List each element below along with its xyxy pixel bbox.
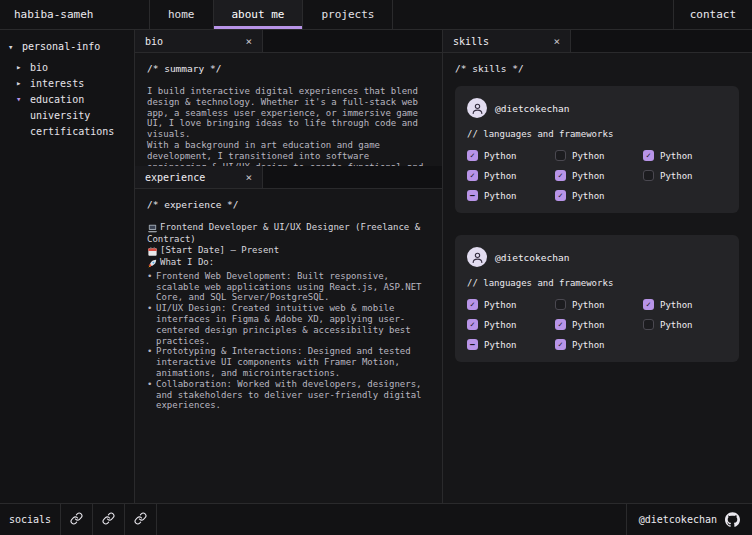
skill-checkbox-python[interactable]: –Python [467,339,551,350]
link-icon [70,512,83,527]
chevron-down-icon: ▾ [8,42,17,52]
skill-checkbox-python[interactable]: ✓Python [555,319,639,330]
skill-label: Python [572,151,605,161]
skills-checkbox-grid: ✓PythonPython✓Python✓Python✓PythonPython… [467,150,727,201]
chevron-right-icon: ▸ [16,62,25,72]
skill-checkbox-python[interactable]: Python [643,170,727,181]
tab-experience[interactable]: experience × [135,166,263,188]
bio-panel: /* summary */ I build interactive digita… [135,53,442,166]
sidebar-root-label: personal-info [22,41,100,52]
skill-label: Python [484,300,517,310]
tab-skills-label: skills [453,36,489,47]
brand[interactable]: habiba-sameh [0,0,150,29]
checkbox-unchecked-icon[interactable] [643,170,654,181]
checkbox-checked-icon[interactable]: ✓ [467,150,478,161]
checkbox-checked-icon[interactable]: ✓ [643,150,654,161]
checkbox-checked-icon[interactable]: ✓ [467,170,478,181]
sidebar-item-education[interactable]: ▾education [0,91,134,107]
card-header: @dietcokechan [467,98,727,118]
bottom-bar: socials @dietcokechan [0,503,752,535]
experience-bullet: UI/UX Design: Created intuitive web & mo… [147,303,430,346]
bio-paragraph: With a background in art education and g… [147,140,430,166]
sidebar-item-label: education [30,94,84,105]
skill-checkbox-python[interactable]: ✓Python [467,299,551,310]
sidebar-item-university[interactable]: university [0,107,134,123]
experience-tabbar: experience × [135,166,442,189]
checkbox-checked-icon[interactable]: ✓ [467,299,478,310]
chevron-right-icon: ▸ [16,78,25,88]
nav-contact[interactable]: contact [673,0,752,29]
checkbox-checked-icon[interactable]: ✓ [555,170,566,181]
card-section-label: // languages and frameworks [467,129,727,139]
skill-label: Python [484,320,517,330]
sidebar-item-interests[interactable]: ▸interests [0,75,134,91]
github-icon [725,512,740,527]
checkbox-checked-icon[interactable]: ✓ [467,319,478,330]
calendar-icon [147,246,160,257]
skills-column: skills × /* skills */ @dietcokechan// la… [443,30,752,503]
checkbox-unchecked-icon[interactable] [643,319,654,330]
checkbox-checked-icon[interactable]: ✓ [555,190,566,201]
experience-comment: /* experience */ [147,199,430,210]
experience-bullet: Frontend Web Development: Built responsi… [147,271,430,303]
skill-label: Python [660,171,693,181]
experience-line-text: [Start Date] – Present [160,245,279,255]
checkbox-checked-icon[interactable]: ✓ [555,339,566,350]
nav-tab-home[interactable]: home [150,0,214,29]
skills-cards: @dietcokechan// languages and frameworks… [455,86,740,362]
skill-label: Python [572,320,605,330]
avatar [467,98,487,118]
skill-checkbox-python[interactable]: ✓Python [467,319,551,330]
skill-checkbox-python[interactable]: ✓Python [467,150,551,161]
skills-panel: /* skills */ @dietcokechan// languages a… [443,53,752,503]
checkbox-indeterminate-icon[interactable]: – [467,339,478,350]
tab-skills[interactable]: skills × [443,30,571,52]
close-icon[interactable]: × [245,35,252,48]
skill-checkbox-python[interactable]: ✓Python [643,299,727,310]
skill-label: Python [572,171,605,181]
tab-bio[interactable]: bio × [135,30,263,52]
skill-label: Python [572,340,605,350]
nav-tab-about-me[interactable]: about me [214,0,304,29]
skill-checkbox-python[interactable]: ✓Python [467,170,551,181]
sidebar-item-certifications[interactable]: certifications [0,123,134,139]
skill-checkbox-python[interactable]: Python [555,150,639,161]
social-link-3[interactable] [125,504,157,535]
sidebar-item-label: interests [30,78,84,89]
experience-panel: /* experience */ Frontend Developer & UI… [135,189,442,503]
checkbox-indeterminate-icon[interactable]: – [467,190,478,201]
close-icon[interactable]: × [553,35,560,48]
top-bar: habiba-sameh homeabout meprojects contac… [0,0,752,30]
skills-card-1: @dietcokechan// languages and frameworks… [455,86,739,213]
social-link-2[interactable] [93,504,125,535]
sidebar: ▾ personal-info ▸bio▸interests▾education… [0,30,135,503]
editor-column: bio × /* summary */ I build interactive … [135,30,443,503]
card-username: @dietcokechan [495,103,569,114]
nav-tab-projects[interactable]: projects [303,0,393,29]
skill-checkbox-python[interactable]: –Python [467,190,551,201]
laptop-icon [147,223,160,234]
skill-label: Python [484,151,517,161]
footer-github-link[interactable]: @dietcokechan [626,504,752,535]
close-icon[interactable]: × [245,171,252,184]
footer-spacer [157,504,626,535]
checkbox-checked-icon[interactable]: ✓ [643,299,654,310]
checkbox-checked-icon[interactable]: ✓ [555,319,566,330]
skills-card-2: @dietcokechan// languages and frameworks… [455,235,739,362]
skill-checkbox-python[interactable]: ✓Python [555,170,639,181]
checkbox-unchecked-icon[interactable] [555,299,566,310]
skill-checkbox-python[interactable]: ✓Python [555,339,639,350]
checkbox-unchecked-icon[interactable] [555,150,566,161]
skill-checkbox-python[interactable]: Python [555,299,639,310]
social-link-1[interactable] [61,504,93,535]
sidebar-item-bio[interactable]: ▸bio [0,59,134,75]
skill-label: Python [484,171,517,181]
experience-bullet: Prototyping & Interactions: Designed and… [147,346,430,378]
skill-checkbox-python[interactable]: ✓Python [643,150,727,161]
sidebar-root-personal-info[interactable]: ▾ personal-info [0,38,134,55]
avatar [467,247,487,267]
skill-label: Python [572,300,605,310]
link-icon [134,512,147,527]
skill-checkbox-python[interactable]: Python [643,319,727,330]
skill-checkbox-python[interactable]: ✓Python [555,190,639,201]
